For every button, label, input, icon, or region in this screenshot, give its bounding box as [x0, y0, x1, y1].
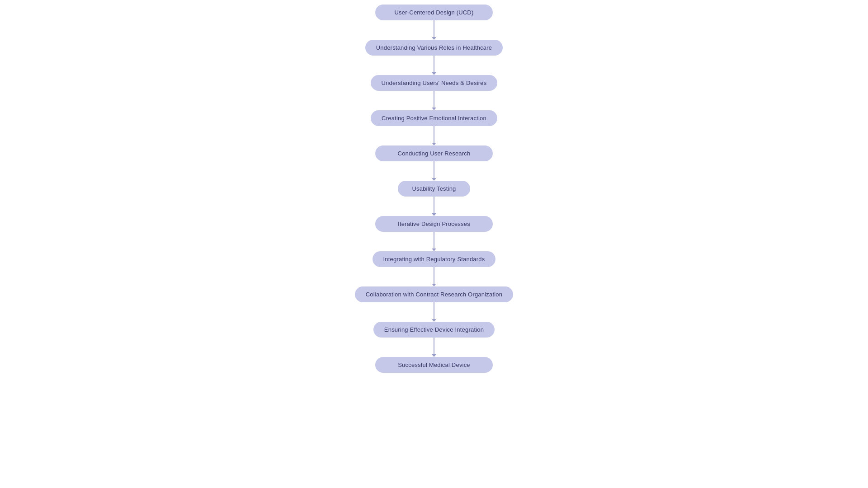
flow-node-positive-emotional: Creating Positive Emotional Interaction	[371, 110, 497, 126]
flow-node-regulatory: Integrating with Regulatory Standards	[373, 251, 496, 267]
connector-line	[434, 197, 434, 214]
connector-line	[434, 267, 434, 284]
connector-line	[434, 126, 434, 143]
flow-node-medical-device: Successful Medical Device	[375, 357, 493, 373]
connector-line	[434, 161, 434, 178]
connector-line	[434, 232, 434, 249]
flow-node-iterative-design: Iterative Design Processes	[375, 216, 493, 232]
connector-line	[434, 302, 434, 319]
flow-node-various-roles: Understanding Various Roles in Healthcar…	[365, 40, 503, 56]
flow-node-device-integration: Ensuring Effective Device Integration	[373, 322, 495, 338]
connector-line	[434, 91, 434, 108]
flow-node-ucd: User-Centered Design (UCD)	[375, 5, 493, 20]
flowchart: User-Centered Design (UCD)Understanding …	[0, 0, 868, 373]
flow-node-user-research: Conducting User Research	[375, 145, 493, 161]
connector-line	[434, 20, 434, 38]
flow-node-usability-testing: Usability Testing	[398, 181, 470, 197]
connector-line	[434, 56, 434, 73]
flow-node-users-needs: Understanding Users' Needs & Desires	[371, 75, 498, 91]
connector-line	[434, 338, 434, 355]
flow-node-contract-research: Collaboration with Contract Research Org…	[355, 286, 513, 302]
